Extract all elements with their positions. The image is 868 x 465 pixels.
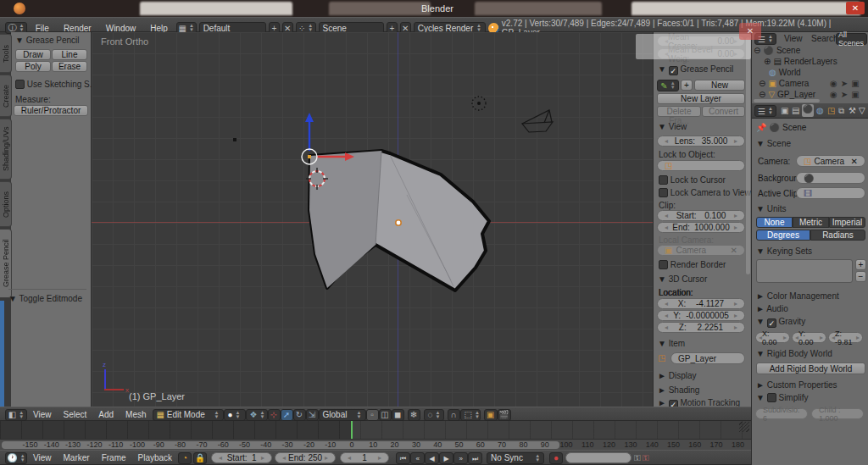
vertex-select-button[interactable]: ▫ bbox=[366, 409, 379, 421]
cursor-z-field[interactable]: ◂Z:2.2251▸ bbox=[657, 322, 745, 333]
gravity-z-field[interactable]: ◂Z: -9.81▸ bbox=[828, 332, 863, 343]
gravity-panel-header[interactable]: ▼ ✓ Gravity bbox=[756, 317, 805, 328]
gp-layer-toggles[interactable]: ◉➤▣ bbox=[830, 90, 860, 99]
browser-tab[interactable] bbox=[475, 2, 602, 15]
snap-toggle-button[interactable]: ∩ bbox=[448, 409, 460, 421]
tab-render-layers-icon[interactable]: ▤ bbox=[792, 106, 799, 115]
tab-data-icon[interactable]: ▽ bbox=[859, 106, 865, 115]
lock-button[interactable]: 🔒 bbox=[193, 452, 207, 464]
expand-icon[interactable]: ⊖ bbox=[759, 90, 765, 99]
expand-icon[interactable]: ⊖ bbox=[759, 79, 765, 88]
audio-panel-header[interactable]: ► Audio bbox=[756, 304, 788, 313]
tool-tab-shading-uvs[interactable]: Shading/UVs bbox=[0, 119, 12, 180]
units-panel-header[interactable]: ▼ Units bbox=[756, 204, 786, 213]
timeline-menu-playback[interactable]: Playback bbox=[132, 451, 179, 464]
keying-add-button[interactable]: + bbox=[855, 259, 866, 270]
line-button[interactable]: Line bbox=[52, 49, 87, 60]
next-keyframe-button[interactable]: » bbox=[453, 452, 468, 464]
clip-end-field[interactable]: ◂End:1000.000▸ bbox=[657, 222, 745, 233]
item-name-field[interactable]: GP_Layer bbox=[670, 352, 745, 364]
keying-sets-panel-header[interactable]: ▼ Keying Sets bbox=[756, 246, 812, 256]
toggle-editmode-header[interactable]: ▼ Toggle Editmode bbox=[8, 294, 82, 303]
all-scenes-dropdown[interactable]: All Scenes bbox=[836, 33, 867, 45]
jump-to-end-button[interactable]: ⏭ bbox=[468, 452, 482, 464]
gravity-y-field[interactable]: ◂Y: 0.00▸ bbox=[792, 332, 826, 343]
view-panel-header[interactable]: ▼ View bbox=[658, 122, 687, 131]
start-frame-field[interactable]: ◂Start:1▸ bbox=[211, 452, 272, 463]
opengl-render-anim-button[interactable]: 🎬 bbox=[498, 409, 511, 421]
keying-remove-button[interactable]: − bbox=[855, 271, 866, 282]
current-frame-line[interactable] bbox=[351, 421, 353, 439]
timeline-menu-view[interactable]: View bbox=[27, 451, 58, 464]
manipulator-scale-button[interactable]: ⇲ bbox=[306, 409, 319, 421]
checkbox-icon[interactable] bbox=[15, 80, 25, 89]
new-layer-button[interactable]: New Layer bbox=[657, 93, 745, 104]
units-radians-button[interactable]: Radians bbox=[810, 230, 865, 241]
outliner-row-world[interactable]: ◍World bbox=[769, 68, 801, 77]
insert-keyframe-icon[interactable]: ⚿ bbox=[634, 453, 641, 463]
view3d-menu-add[interactable]: Add bbox=[92, 408, 120, 421]
browser-close-button[interactable]: ✕ bbox=[846, 2, 865, 14]
scene-camera-field[interactable]: ◳Camera✕ bbox=[796, 155, 865, 167]
simplify-child-field[interactable]: Child : 1.000 bbox=[811, 408, 864, 419]
convert-button[interactable]: Convert bbox=[702, 106, 745, 117]
view3d-menu-mesh[interactable]: Mesh bbox=[120, 408, 152, 421]
preview-range-button[interactable]: ◔ bbox=[178, 452, 192, 464]
expand-icon[interactable]: ⊕ bbox=[764, 57, 771, 66]
delete-frame-button[interactable]: Delete Fra... bbox=[657, 106, 701, 117]
gp-enable-checkbox[interactable]: ✓ bbox=[669, 66, 678, 75]
render-border-checkbox[interactable]: Render Border bbox=[659, 260, 726, 269]
camera-toggles[interactable]: ◉➤▣ bbox=[830, 79, 860, 88]
limit-visible-button[interactable]: ❄ bbox=[408, 409, 420, 421]
shading-panel-header[interactable]: ► Shading bbox=[658, 385, 699, 395]
play-button[interactable]: ▶ bbox=[439, 452, 453, 464]
lock-object-field[interactable]: ◳ bbox=[657, 160, 745, 171]
lens-field[interactable]: ◂Lens:35.000▸ bbox=[657, 136, 745, 147]
mode-dropdown[interactable]: ▦ Edit Mode▲▼ bbox=[153, 409, 224, 421]
clip-start-field[interactable]: ◂Start:0.100▸ bbox=[657, 210, 745, 221]
play-reverse-button[interactable]: ◀ bbox=[425, 452, 439, 464]
expand-icon[interactable]: ⊖ bbox=[754, 46, 760, 55]
pin-icon[interactable]: 📌 bbox=[756, 123, 766, 132]
item-panel-header[interactable]: ▼ Item bbox=[658, 339, 685, 348]
cursor-panel-header[interactable]: ▼ 3D Cursor bbox=[658, 274, 707, 284]
display-panel-header[interactable]: ► Display bbox=[658, 371, 696, 380]
viewport-3d[interactable]: z x Front Ortho (1) GP_Layer bbox=[92, 32, 653, 407]
timeline-menu-frame[interactable]: Frame bbox=[96, 451, 132, 464]
overlay-close-button[interactable]: ✕ bbox=[739, 23, 761, 40]
sync-dropdown[interactable]: No Sync▲▼ bbox=[487, 452, 544, 464]
prev-keyframe-button[interactable]: « bbox=[410, 452, 425, 464]
lock-to-cursor-checkbox[interactable]: Lock to Cursor bbox=[659, 175, 726, 185]
outliner-menu-search[interactable]: Search bbox=[811, 34, 838, 43]
browser-tab[interactable] bbox=[329, 2, 431, 15]
units-metric-button[interactable]: Metric bbox=[793, 217, 829, 228]
units-imperial-button[interactable]: Imperial bbox=[829, 217, 865, 228]
npanel-scrollbar[interactable] bbox=[746, 37, 750, 274]
ruler-protractor-button[interactable]: Ruler/Protractor bbox=[14, 105, 88, 116]
manipulator-rotate-button[interactable]: ↻ bbox=[293, 409, 306, 421]
manipulator-translate-button[interactable]: ➚ bbox=[281, 409, 293, 421]
use-sketching-checkbox[interactable]: Use Sketching S... bbox=[15, 80, 97, 89]
tool-tab-grease-pencil[interactable]: Grease Pencil bbox=[0, 229, 12, 298]
view3d-menu-view[interactable]: View bbox=[27, 408, 58, 421]
tab-object-icon[interactable]: ◳ bbox=[827, 106, 835, 115]
keying-set-field[interactable] bbox=[565, 452, 632, 463]
cursor-y-field[interactable]: ◂Y:-0.0000005▸ bbox=[657, 310, 745, 321]
tab-constraints-icon[interactable]: ⧉ bbox=[838, 106, 844, 116]
units-none-button[interactable]: None bbox=[756, 217, 793, 228]
outliner-row-scene[interactable]: ⊖⚫Scene bbox=[754, 46, 800, 55]
outliner-row-renderlayers[interactable]: ⊕▤RenderLayers bbox=[764, 57, 837, 66]
browser-tab[interactable] bbox=[140, 2, 292, 15]
tab-render-icon[interactable]: ▣ bbox=[781, 106, 788, 115]
timeline-ruler[interactable]: -150-140-130-120-110-100-90-80-70-60-50-… bbox=[0, 439, 751, 450]
clear-icon[interactable]: ✕ bbox=[731, 246, 737, 255]
add-rigid-body-button[interactable]: Add Rigid Body World bbox=[756, 363, 865, 374]
tab-modifiers-icon[interactable]: ⚒ bbox=[849, 106, 856, 115]
tool-tab-create[interactable]: Create bbox=[0, 75, 12, 117]
record-button[interactable]: ● bbox=[549, 452, 563, 464]
timeline-editor-type-button[interactable]: 🕐▲▼ bbox=[5, 452, 27, 464]
clear-icon[interactable]: ✕ bbox=[851, 157, 858, 166]
properties-editor-type-button[interactable]: ☰▲▼ bbox=[754, 105, 776, 117]
orientation-dropdown[interactable]: Global▲▼ bbox=[319, 409, 366, 421]
tab-world-icon[interactable]: ◍ bbox=[816, 106, 824, 115]
